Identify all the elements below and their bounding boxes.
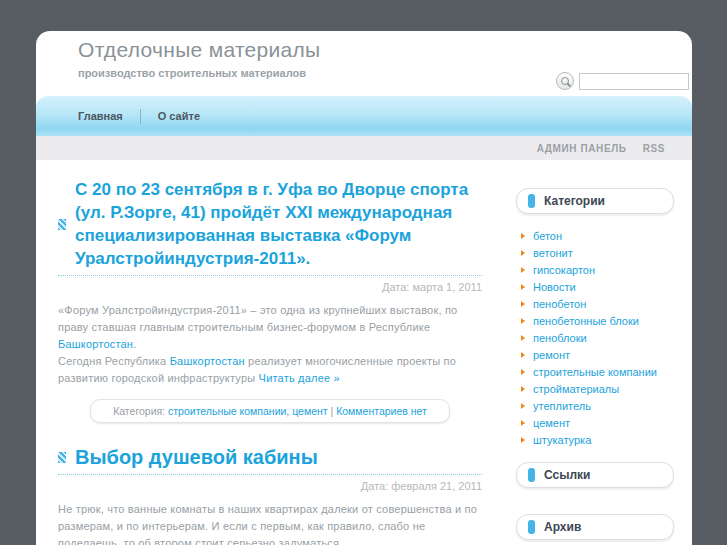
category-label: Категория: (113, 405, 168, 417)
admin-panel-link[interactable]: АДМИН ПАНЕЛЬ (537, 143, 627, 154)
arrow-bullet-icon (521, 318, 525, 324)
search-icon (561, 77, 569, 85)
post-bullet-icon (58, 219, 66, 230)
page-card: Отделочные материалы производство строит… (36, 31, 692, 545)
section-marker-icon (528, 468, 535, 482)
meta-separator: | (328, 405, 337, 417)
category-link[interactable]: Новости (533, 281, 576, 293)
category-link[interactable]: ветонит (533, 247, 573, 259)
paragraph-text: Не трюк, что ванные комнаты в наших квар… (58, 503, 477, 545)
content-area: С 20 по 23 сентября в г. Уфа во Дворце с… (36, 160, 692, 545)
sidebar-archive-header: Архив (516, 514, 674, 540)
category-item: бетон (521, 227, 674, 244)
read-more-link[interactable]: Читать далее » (259, 372, 340, 384)
category-link[interactable]: пеноблоки (533, 332, 587, 344)
comments-link[interactable]: Комментариев нет (336, 405, 427, 417)
paragraph-text: «Форум Уралстройиндустрия-2011» – это од… (58, 304, 457, 333)
post-2: Выбор душевой кабины Дата: февраля 21, 2… (58, 445, 482, 545)
post-1-title[interactable]: С 20 по 23 сентября в г. Уфа во Дворце с… (75, 178, 482, 270)
sidebar-categories-header: Категории (516, 188, 674, 214)
section-marker-icon (528, 520, 535, 534)
category-link[interactable]: ремонт (533, 349, 570, 361)
category-link[interactable]: пенобетонные блоки (533, 315, 639, 327)
arrow-bullet-icon (521, 352, 525, 358)
category-link[interactable]: гипсокартон (533, 264, 595, 276)
paragraph-text: Сегодня Республика (58, 355, 170, 367)
nav-item-about[interactable]: О сайте (141, 110, 217, 122)
admin-bar: АДМИН ПАНЕЛЬ RSS (36, 136, 692, 160)
category-item: строительные компании (521, 363, 674, 380)
category-link[interactable]: бетон (533, 230, 562, 242)
arrow-bullet-icon (521, 301, 525, 307)
category-link[interactable]: строительные компании (533, 366, 657, 378)
category-item: утеплитель (521, 397, 674, 414)
site-title: Отделочные материалы (78, 38, 321, 62)
post-bullet-icon (58, 452, 66, 463)
category-item: пенобетонные блоки (521, 312, 674, 329)
posts-column: С 20 по 23 сентября в г. Уфа во Дворце с… (58, 160, 482, 545)
dotted-divider (58, 275, 482, 276)
sidebar-section-title: Ссылки (544, 468, 590, 482)
category-link[interactable]: пенобетон (533, 298, 586, 310)
sidebar: Категории бетон ветонит гипсокартон Ново… (516, 160, 674, 545)
arrow-bullet-icon (521, 437, 525, 443)
search-button[interactable] (556, 72, 574, 90)
site-subtitle: производство строительных материалов (78, 67, 306, 79)
sidebar-section-title: Категории (544, 194, 605, 208)
arrow-bullet-icon (521, 284, 525, 290)
post-2-body: Не трюк, что ванные комнаты в наших квар… (58, 501, 482, 545)
post-1-head: С 20 по 23 сентября в г. Уфа во Дворце с… (58, 178, 482, 270)
section-marker-icon (528, 194, 535, 208)
category-links[interactable]: строительные компании, цемент (168, 405, 328, 417)
nav-item-home[interactable]: Главная (61, 110, 140, 122)
category-item: пеноблоки (521, 329, 674, 346)
rss-link[interactable]: RSS (643, 143, 665, 154)
post-1-paragraph: «Форум Уралстройиндустрия-2011» – это од… (58, 302, 482, 353)
site-header: Отделочные материалы производство строит… (36, 31, 692, 96)
category-item: цемент (521, 414, 674, 431)
arrow-bullet-icon (521, 250, 525, 256)
dotted-divider (58, 474, 482, 475)
category-item: гипсокартон (521, 261, 674, 278)
arrow-bullet-icon (521, 233, 525, 239)
category-link[interactable]: штукатурка (533, 434, 591, 446)
post-1-paragraph: Сегодня Республика Башкортостан реализуе… (58, 353, 482, 387)
main-nav: Главная О сайте (36, 96, 692, 136)
category-link[interactable]: стройматериалы (533, 383, 619, 395)
post-1-date: Дата: марта 1, 2011 (58, 281, 482, 293)
arrow-bullet-icon (521, 420, 525, 426)
post-1-body: «Форум Уралстройиндустрия-2011» – это од… (58, 302, 482, 387)
search-bar (556, 72, 689, 90)
category-item: ремонт (521, 346, 674, 363)
category-item: ветонит (521, 244, 674, 261)
post-2-date: Дата: февраля 21, 2011 (58, 480, 482, 492)
sidebar-section-title: Архив (544, 520, 581, 534)
category-link[interactable]: утеплитель (533, 400, 591, 412)
arrow-bullet-icon (521, 335, 525, 341)
category-list: бетон ветонит гипсокартон Новости пенобе… (516, 227, 674, 448)
category-link[interactable]: цемент (533, 417, 570, 429)
search-input[interactable] (579, 73, 689, 90)
arrow-bullet-icon (521, 403, 525, 409)
category-item: стройматериалы (521, 380, 674, 397)
category-item: Новости (521, 278, 674, 295)
post-2-title[interactable]: Выбор душевой кабины (75, 445, 318, 469)
post-1-meta: Категория: строительные компании, цемент… (90, 399, 450, 423)
region-link[interactable]: Башкортостан. (58, 338, 136, 350)
sidebar-links-header: Ссылки (516, 462, 674, 488)
post-2-head: Выбор душевой кабины (58, 445, 482, 469)
post-2-paragraph: Не трюк, что ванные комнаты в наших квар… (58, 501, 482, 545)
category-item: пенобетон (521, 295, 674, 312)
region-link[interactable]: Башкортостан (170, 355, 245, 367)
arrow-bullet-icon (521, 267, 525, 273)
arrow-bullet-icon (521, 369, 525, 375)
arrow-bullet-icon (521, 386, 525, 392)
post-1: С 20 по 23 сентября в г. Уфа во Дворце с… (58, 178, 482, 423)
category-item: штукатурка (521, 431, 674, 448)
